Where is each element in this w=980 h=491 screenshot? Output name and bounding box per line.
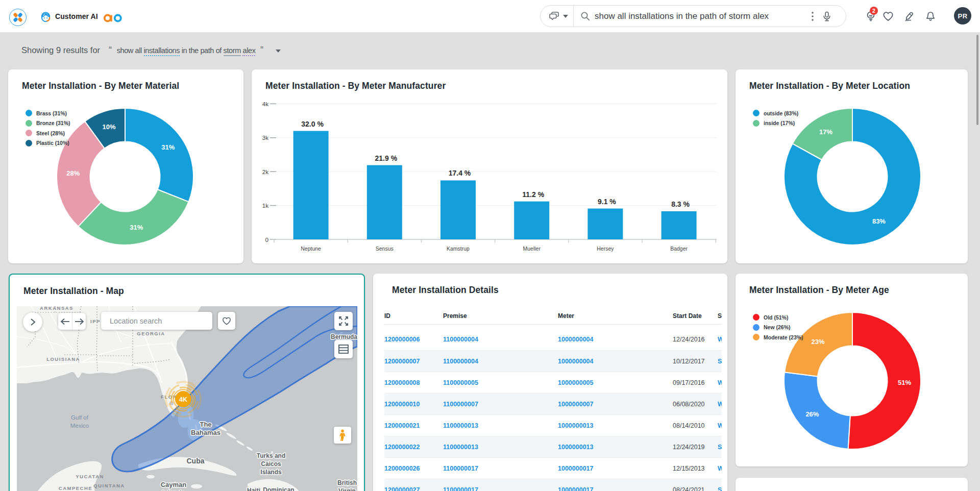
table-cell-link[interactable]: 1100000007 <box>443 401 558 408</box>
map-forward-button[interactable] <box>72 313 86 330</box>
favorites-heart-button[interactable] <box>882 10 894 22</box>
microphone-icon <box>821 11 832 22</box>
table-cell-link[interactable]: Water <box>718 465 722 472</box>
search-options-kebab[interactable] <box>808 12 817 21</box>
table-cell-link[interactable]: 1000000004 <box>558 358 673 365</box>
legend-item[interactable]: Brass (31%) <box>26 108 70 118</box>
legend-item[interactable]: Steel (28%) <box>26 128 70 138</box>
donut-slice-label: 31% <box>161 143 175 151</box>
donut-slice-Brass[interactable] <box>125 108 193 202</box>
query-segment-entity-blue: installations <box>144 46 180 56</box>
map-label-cuba: Cuba <box>187 457 205 465</box>
table-cell-link[interactable]: Water <box>718 401 722 408</box>
table-header-id[interactable]: ID <box>384 312 443 320</box>
table-cell-link[interactable]: 1000000007 <box>558 401 673 408</box>
bar-Sensus[interactable] <box>367 165 402 239</box>
notifications-bell-button[interactable] <box>924 10 937 22</box>
map-panel-expand-button[interactable] <box>23 312 42 332</box>
bar-Hersey[interactable] <box>587 209 623 239</box>
map-location-search[interactable] <box>101 312 212 330</box>
table-cell-link[interactable]: Water <box>718 422 722 429</box>
map-pegman-button[interactable] <box>334 427 351 444</box>
table-cell-link[interactable]: 1200000006 <box>384 336 443 343</box>
legend-item[interactable]: Moderate (23%) <box>753 332 803 342</box>
table-cell-link[interactable]: 1100000017 <box>443 465 558 472</box>
table-cell-link[interactable]: 1000000013 <box>558 444 673 451</box>
map-location-search-input[interactable] <box>110 317 212 325</box>
legend-label: Moderate (23%) <box>764 334 803 340</box>
results-count-text: Showing 9 results for <box>21 45 100 55</box>
table-header-service-point[interactable]: Service Point <box>718 312 722 320</box>
table-cell-link[interactable]: 1100000013 <box>443 444 558 451</box>
bar-Kamstrup[interactable] <box>440 180 476 239</box>
results-dropdown-caret[interactable] <box>276 50 281 53</box>
table-cell-link[interactable]: 1000000017 <box>558 486 673 491</box>
table-cell-link[interactable]: 1200000008 <box>384 379 443 386</box>
user-avatar[interactable]: PR <box>954 7 971 24</box>
map-list-view-button[interactable] <box>334 340 353 358</box>
legend-item[interactable]: inside (17%) <box>753 118 798 129</box>
donut-slice-label: 17% <box>819 128 832 136</box>
legend-dot <box>753 120 760 127</box>
card-next-peek <box>736 478 968 491</box>
map-favorite-button[interactable] <box>218 312 235 330</box>
table-cell-link[interactable]: 1000000004 <box>558 336 673 343</box>
voice-search-button[interactable] <box>817 11 846 22</box>
card-title: Meter Installation Details <box>392 285 499 296</box>
map-back-button[interactable] <box>58 313 72 330</box>
bar-category-label: Hersey <box>597 245 614 252</box>
search-input[interactable] <box>595 11 808 21</box>
annotate-pen-button[interactable] <box>903 10 916 22</box>
table-cell: 08/24/2021 <box>673 486 718 491</box>
open-quote: “ <box>109 45 112 55</box>
bar-Badger[interactable] <box>662 211 697 239</box>
table-cell-link[interactable]: 1200000027 <box>384 486 443 491</box>
table-cell-link[interactable]: 1100000005 <box>443 379 558 386</box>
table-cell-link[interactable]: 1100000017 <box>443 486 558 491</box>
table-header-premise[interactable]: Premise <box>443 312 558 320</box>
table-cell-link[interactable]: Water <box>718 336 722 343</box>
legend-item[interactable]: Old (51%) <box>753 312 803 323</box>
y-tick-label: 0 <box>265 237 268 243</box>
table-cell-link[interactable]: Sewer <box>718 358 722 365</box>
table-cell-link[interactable]: Sewer <box>718 444 722 451</box>
map-fullscreen-button[interactable] <box>334 312 353 330</box>
table-cell-link[interactable]: 1000000017 <box>558 465 673 472</box>
table-cell-link[interactable]: 1100000004 <box>443 336 558 343</box>
donut-slice-label: 31% <box>130 224 143 231</box>
bar-category-label: Neptune <box>301 245 321 252</box>
legend-item[interactable]: outside (83%) <box>753 108 798 118</box>
bar-Neptune[interactable] <box>293 131 329 239</box>
table-header-start-date[interactable]: Start Date <box>673 312 718 320</box>
table-cell-link[interactable]: 1100000013 <box>443 422 558 429</box>
vertical-scrollbar[interactable] <box>976 35 978 125</box>
table-header-meter[interactable]: Meter <box>558 312 673 320</box>
table-cell-link[interactable]: 1200000022 <box>384 444 443 451</box>
close-quote: ” <box>260 45 263 55</box>
bar-category-label: Sensus <box>376 245 394 252</box>
query-type-dropdown[interactable] <box>541 6 573 27</box>
map-graphic: ARKANSAS IPP GEORGIA LOUISIANA FLOR YUCA… <box>17 306 357 491</box>
table-cell-link[interactable]: 1100000004 <box>443 358 558 365</box>
app-launcher-button[interactable] <box>9 9 27 26</box>
table-row: 12000000071100000004100000000410/12/2017… <box>384 350 722 372</box>
table-cell-link[interactable]: 1000000005 <box>558 379 673 386</box>
legend-item[interactable]: Bronze (31%) <box>26 118 70 129</box>
table-cell-link[interactable]: Sewer <box>718 486 722 491</box>
legend-item[interactable]: Plastic (10%) <box>26 138 70 149</box>
table-row: 12000000061100000004100000000412/24/2016… <box>384 329 722 350</box>
bar-Mueller[interactable] <box>514 202 549 239</box>
table-cell-link[interactable]: 1000000013 <box>558 422 673 429</box>
card-title: Meter Installation - By Meter Age <box>749 285 889 296</box>
legend-dot <box>26 110 32 116</box>
map-canvas[interactable]: ARKANSAS IPP GEORGIA LOUISIANA FLOR YUCA… <box>17 306 357 491</box>
table-cell-link[interactable]: 1200000026 <box>384 465 443 472</box>
legend-label: Steel (28%) <box>36 130 65 136</box>
table-cell-link[interactable]: 1200000021 <box>384 422 443 429</box>
legend-item[interactable]: New (26%) <box>753 323 803 333</box>
table-row: 12000000221100000013100000001312/24/2019… <box>384 436 722 457</box>
table-cell-link[interactable]: 1200000007 <box>384 358 443 365</box>
table-cell-link[interactable]: 1200000010 <box>384 401 443 408</box>
table-cell-link[interactable]: Water <box>718 379 722 386</box>
bar-category-label: Badger <box>670 245 688 252</box>
